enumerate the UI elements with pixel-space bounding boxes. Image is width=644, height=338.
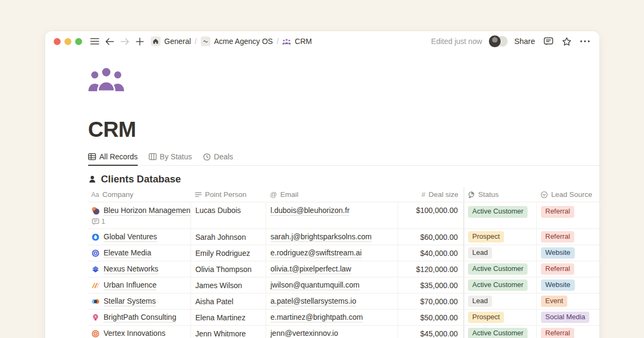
email-value[interactable]: a.patel@stellarsystems.io — [270, 297, 356, 306]
company-cell[interactable]: Global Ventures — [88, 229, 191, 245]
lead-source-cell[interactable]: Event — [537, 293, 599, 310]
email-value[interactable]: jwilson@quantumquill.com — [270, 281, 360, 290]
collaborator-avatars[interactable] — [488, 35, 508, 48]
point-person-cell[interactable]: Aisha Patel — [191, 293, 266, 310]
deal-size-cell[interactable]: $120,000.00 — [398, 261, 464, 277]
company-name[interactable]: Urban Influence — [104, 281, 157, 290]
point-person-cell[interactable]: Jenn Whitmore — [191, 326, 266, 338]
status-cell[interactable]: Active Customer — [464, 277, 537, 293]
deal-size-cell[interactable]: $60,000.00 — [398, 229, 464, 245]
column-header-deal-size[interactable]: # Deal size — [398, 187, 464, 202]
favorite-star-icon[interactable] — [562, 37, 572, 46]
status-cell[interactable]: Active Customer — [464, 261, 537, 277]
database-title[interactable]: Clients Database — [101, 173, 181, 185]
more-options-icon[interactable] — [580, 40, 590, 42]
table-row[interactable]: Global VenturesSarah Johnsonsarah.j@brig… — [88, 229, 599, 245]
table-row[interactable]: BrightPath ConsultingElena Martineze.mar… — [88, 310, 599, 326]
email-value[interactable]: e.martinez@brightpath.com — [270, 313, 363, 322]
point-person-cell[interactable]: Sarah Johnson — [191, 229, 266, 245]
lead-source-cell[interactable]: Website — [537, 245, 599, 261]
lead-source-cell[interactable]: Referral — [537, 229, 599, 245]
table-row[interactable]: Elevate MediaEmily Rodrigueze.rodriguez@… — [88, 245, 599, 261]
email-cell[interactable]: olivia.t@pixelperfect.law — [266, 261, 398, 277]
email-value[interactable]: l.dubois@bleuhorizon.fr — [270, 206, 349, 216]
point-person-cell[interactable]: James Wilson — [191, 277, 266, 293]
point-person-cell[interactable]: Emily Rodriguez — [191, 245, 266, 261]
column-header-status[interactable]: Status — [464, 187, 537, 202]
tab-deals[interactable]: Deals — [203, 152, 233, 165]
column-header-point-person[interactable]: Point Person — [191, 187, 266, 202]
deal-size-cell[interactable]: $45,000.00 — [398, 326, 464, 338]
email-value[interactable]: jenn@vertexinnov.io — [270, 329, 338, 338]
email-cell[interactable]: l.dubois@bleuhorizon.fr — [266, 202, 398, 229]
sidebar-toggle-button[interactable] — [89, 35, 100, 47]
company-name[interactable]: BrightPath Consulting — [104, 313, 176, 322]
email-cell[interactable]: sarah.j@brightsparksolns.com — [266, 229, 398, 245]
company-cell[interactable]: Urban Influence — [88, 277, 191, 293]
company-cell[interactable]: Elevate Media — [88, 245, 191, 261]
breadcrumb-crm[interactable]: CRM — [295, 37, 312, 46]
status-cell[interactable]: Active Customer — [464, 202, 537, 229]
column-header-company[interactable]: Aa Company — [88, 187, 191, 202]
close-window-button[interactable] — [54, 38, 61, 45]
status-cell[interactable]: Active Customer — [464, 326, 537, 338]
deal-size-cell[interactable]: $100,000.00 — [398, 202, 464, 229]
status-cell[interactable]: Lead — [464, 245, 537, 261]
breadcrumb-workspace[interactable]: Acme Agency OS — [214, 37, 273, 46]
comment-count[interactable]: 1 — [92, 218, 105, 225]
table-row[interactable]: Vertex InnovationsJenn Whitmorejenn@vert… — [88, 326, 599, 338]
lead-source-cell[interactable]: Social Media — [537, 310, 599, 326]
lead-source-cell[interactable]: Website — [537, 277, 599, 293]
tab-all-records[interactable]: All Records — [88, 152, 138, 165]
table-row[interactable]: Bleu Horizon Management1Lucas Duboisl.du… — [88, 202, 599, 229]
deal-size-cell[interactable]: $70,000.00 — [398, 293, 464, 310]
company-name[interactable]: Nexus Networks — [104, 264, 158, 274]
back-button[interactable] — [104, 35, 115, 47]
point-person-cell[interactable]: Olivia Thompson — [191, 261, 266, 277]
forward-button[interactable] — [119, 35, 130, 47]
company-name[interactable]: Elevate Media — [104, 248, 151, 258]
comments-icon[interactable] — [544, 37, 553, 46]
zoom-window-button[interactable] — [75, 38, 82, 45]
company-name[interactable]: Global Ventures — [104, 232, 157, 242]
status-cell[interactable]: Prospect — [464, 310, 537, 326]
status-cell[interactable]: Lead — [464, 293, 537, 310]
deal-size-cell[interactable]: $40,000.00 — [398, 245, 464, 261]
point-person-cell[interactable]: Lucas Dubois — [191, 202, 266, 229]
email-cell[interactable]: jwilson@quantumquill.com — [266, 277, 398, 293]
table-row[interactable]: Stellar SystemsAisha Patela.patel@stella… — [88, 293, 599, 310]
status-cell[interactable]: Prospect — [464, 229, 537, 245]
table-row[interactable]: Urban InfluenceJames Wilsonjwilson@quant… — [88, 277, 599, 293]
tab-by-status[interactable]: By Status — [149, 152, 192, 165]
email-cell[interactable]: a.patel@stellarsystems.io — [266, 293, 398, 310]
email-value[interactable]: sarah.j@brightsparksolns.com — [270, 232, 372, 242]
company-name[interactable]: Bleu Horizon Management — [104, 206, 191, 216]
company-name[interactable]: Vertex Innovations — [104, 329, 165, 338]
new-page-button[interactable] — [134, 35, 145, 47]
company-cell[interactable]: Stellar Systems — [88, 293, 191, 310]
share-button[interactable]: Share — [514, 37, 535, 46]
email-value[interactable]: e.rodriguez@swiftstream.ai — [270, 248, 362, 258]
company-name[interactable]: Stellar Systems — [104, 297, 156, 306]
company-cell[interactable]: Nexus Networks — [88, 261, 191, 277]
point-person-cell[interactable]: Elena Martinez — [191, 310, 266, 326]
column-header-email[interactable]: @ Email — [266, 187, 398, 202]
lead-source-cell[interactable]: Referral — [537, 326, 599, 338]
minimize-window-button[interactable] — [64, 38, 71, 45]
email-cell[interactable]: e.martinez@brightpath.com — [266, 310, 398, 326]
page-title[interactable]: CRM — [88, 118, 599, 141]
company-cell[interactable]: Vertex Innovations — [88, 326, 191, 338]
email-cell[interactable]: e.rodriguez@swiftstream.ai — [266, 245, 398, 261]
breadcrumb-general[interactable]: General — [164, 37, 191, 46]
deal-size-cell[interactable]: $35,000.00 — [398, 277, 464, 293]
company-cell[interactable]: Bleu Horizon Management1 — [88, 202, 191, 229]
lead-source-cell[interactable]: Referral — [537, 261, 599, 277]
column-header-lead-source[interactable]: Lead Source — [537, 187, 599, 202]
table-row[interactable]: Nexus NetworksOlivia Thompsonolivia.t@pi… — [88, 261, 599, 277]
company-cell[interactable]: BrightPath Consulting — [88, 310, 191, 326]
lead-source-cell[interactable]: Referral — [537, 202, 599, 229]
email-value[interactable]: olivia.t@pixelperfect.law — [270, 264, 351, 274]
page-icon-people[interactable] — [88, 65, 125, 91]
deal-size-cell[interactable]: $50,000.00 — [398, 310, 464, 326]
email-cell[interactable]: jenn@vertexinnov.io — [266, 326, 398, 338]
